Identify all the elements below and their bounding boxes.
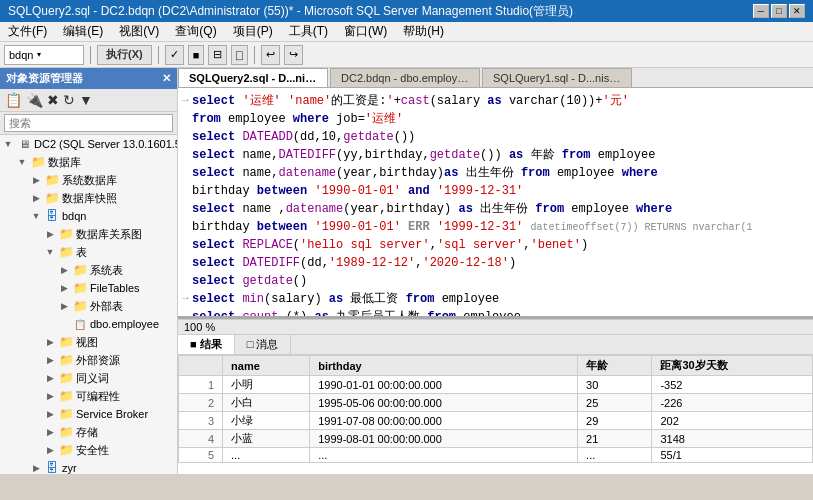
zoom-level: 100 %: [184, 321, 215, 333]
line-arrow: →: [182, 92, 190, 109]
tree-label-filetables: FileTables: [90, 282, 140, 294]
minimize-button[interactable]: ─: [753, 4, 769, 18]
tree-item-storage[interactable]: ▶📁存储: [0, 423, 177, 441]
dropdown-arrow-icon: ▾: [37, 50, 41, 59]
parse-btn[interactable]: ⊟: [208, 45, 227, 65]
maximize-button[interactable]: □: [771, 4, 787, 18]
menu-bar: 文件(F)编辑(E)视图(V)查询(Q)项目(P)工具(T)窗口(W)帮助(H): [0, 22, 813, 42]
menu-item-F[interactable]: 文件(F): [0, 21, 55, 42]
tree-expand-filetables[interactable]: ▶: [56, 280, 72, 296]
cell-name: 小蓝: [223, 430, 310, 448]
tab-query2[interactable]: SQLQuery2.sql - D...nistrator (55))*: [178, 68, 328, 88]
tree-item-filetables[interactable]: ▶📁FileTables: [0, 279, 177, 297]
tree-expand-external[interactable]: ▶: [56, 298, 72, 314]
stop-btn[interactable]: ■: [188, 45, 205, 65]
tab-query1[interactable]: SQLQuery1.sql - D...nistrator (54))*: [482, 68, 632, 87]
tree-item-servicebroker[interactable]: ▶📁Service Broker: [0, 405, 177, 423]
tree-item-extresources[interactable]: ▶📁外部资源: [0, 351, 177, 369]
tree-expand-databases[interactable]: ▼: [14, 154, 30, 170]
cell-age: 21: [578, 430, 652, 448]
oe-connect-btn[interactable]: 🔌: [25, 91, 44, 109]
tree-expand-zyr[interactable]: ▶: [28, 460, 44, 474]
menu-item-H[interactable]: 帮助(H): [395, 21, 452, 42]
db-dropdown[interactable]: bdqn ▾: [4, 45, 84, 65]
cell-days: 55/1: [652, 448, 813, 463]
tree-expand-diagrams[interactable]: ▶: [42, 226, 58, 242]
tree-item-external[interactable]: ▶📁外部表: [0, 297, 177, 315]
tree-expand-storage[interactable]: ▶: [42, 424, 58, 440]
tree-item-dbsnap[interactable]: ▶📁数据库快照: [0, 189, 177, 207]
menu-item-T[interactable]: 工具(T): [281, 21, 336, 42]
tree-item-dc2[interactable]: ▼🖥DC2 (SQL Server 13.0.1601.5 - DC2\: [0, 135, 177, 153]
tree-item-sysdb[interactable]: ▶📁系统数据库: [0, 171, 177, 189]
tree-item-dboemployee[interactable]: 📋dbo.employee: [0, 315, 177, 333]
oe-new-btn[interactable]: 📋: [4, 91, 23, 109]
tree-expand-dc2[interactable]: ▼: [0, 136, 16, 152]
tree-icon-zyr: 🗄: [44, 460, 60, 474]
tree-item-zyr[interactable]: ▶🗄zyr: [0, 459, 177, 474]
menu-item-P[interactable]: 项目(P): [225, 21, 281, 42]
tree-item-bdqn[interactable]: ▼🗄bdqn: [0, 207, 177, 225]
table-row: 3小绿1991-07-08 00:00:00.00029202: [179, 412, 813, 430]
tree-item-views[interactable]: ▶📁视图: [0, 333, 177, 351]
sql-line: birthday between '1990-01-01' and '1999-…: [182, 182, 809, 200]
results-btn[interactable]: ⎕: [231, 45, 248, 65]
undo-btn[interactable]: ↩: [261, 45, 280, 65]
tree-expand-tables[interactable]: ▼: [42, 244, 58, 260]
title-text: SQLQuery2.sql - DC2.bdqn (DC2\Administra…: [8, 3, 753, 20]
tab-dc2bdqn[interactable]: DC2.bdqn - dbo.employee: [330, 68, 480, 87]
execute-button[interactable]: 执行(X): [97, 45, 152, 65]
cell-days: 202: [652, 412, 813, 430]
tree-expand-views[interactable]: ▶: [42, 334, 58, 350]
tree-item-programmability[interactable]: ▶📁可编程性: [0, 387, 177, 405]
tree-item-systables[interactable]: ▶📁系统表: [0, 261, 177, 279]
col-age: 年龄: [578, 356, 652, 376]
oe-filter-btn[interactable]: ▼: [78, 91, 94, 109]
oe-toolbar: 📋 🔌 ✖ ↻ ▼: [0, 89, 177, 112]
close-button[interactable]: ✕: [789, 4, 805, 18]
redo-btn[interactable]: ↪: [284, 45, 303, 65]
sql-editor[interactable]: → select '运维' 'name'的工资是:'+cast(salary a…: [178, 88, 813, 319]
results-content: name birthday 年龄 距离30岁天数 1小明1990-01-01 0…: [178, 355, 813, 474]
tree-expand-programmability[interactable]: ▶: [42, 388, 58, 404]
tree-icon-security: 📁: [58, 442, 74, 458]
results-tab-messages[interactable]: □ 消息: [235, 335, 292, 354]
tree-expand-dbsnap[interactable]: ▶: [28, 190, 44, 206]
tree-item-synonyms[interactable]: ▶📁同义词: [0, 369, 177, 387]
oe-search-input[interactable]: [4, 114, 173, 132]
oe-refresh-btn[interactable]: ↻: [62, 91, 76, 109]
tree-item-security[interactable]: ▶📁安全性: [0, 441, 177, 459]
tree-expand-bdqn[interactable]: ▼: [28, 208, 44, 224]
tree-item-databases[interactable]: ▼📁数据库: [0, 153, 177, 171]
menu-item-Q[interactable]: 查询(Q): [167, 21, 224, 42]
tree-expand-systables[interactable]: ▶: [56, 262, 72, 278]
cell-age: 29: [578, 412, 652, 430]
tree-label-external: 外部表: [90, 299, 123, 314]
tree-label-storage: 存储: [76, 425, 98, 440]
tree-expand-extresources[interactable]: ▶: [42, 352, 58, 368]
tree-icon-programmability: 📁: [58, 388, 74, 404]
oe-disconnect-btn[interactable]: ✖: [46, 91, 60, 109]
checkmark-btn[interactable]: ✓: [165, 45, 184, 65]
tree-expand-security[interactable]: ▶: [42, 442, 58, 458]
tree-label-security: 安全性: [76, 443, 109, 458]
tree-label-bdqn: bdqn: [62, 210, 86, 222]
tree-item-diagrams[interactable]: ▶📁数据库关系图: [0, 225, 177, 243]
oe-close-icon[interactable]: ✕: [162, 72, 171, 85]
tree-label-systables: 系统表: [90, 263, 123, 278]
tree-icon-dbsnap: 📁: [44, 190, 60, 206]
tree-label-diagrams: 数据库关系图: [76, 227, 142, 242]
tree-expand-sysdb[interactable]: ▶: [28, 172, 44, 188]
results-tab-results[interactable]: ■ 结果: [178, 335, 235, 354]
tree-expand-dboemployee[interactable]: [56, 316, 72, 332]
menu-item-W[interactable]: 窗口(W): [336, 21, 395, 42]
menu-item-E[interactable]: 编辑(E): [55, 21, 111, 42]
tree-icon-bdqn: 🗄: [44, 208, 60, 224]
menu-item-V[interactable]: 视图(V): [111, 21, 167, 42]
cell-name: 小白: [223, 394, 310, 412]
tree-item-tables[interactable]: ▼📁表: [0, 243, 177, 261]
sql-line: select DATEADD(dd,10,getdate()): [182, 128, 809, 146]
tree-expand-synonyms[interactable]: ▶: [42, 370, 58, 386]
tree-expand-servicebroker[interactable]: ▶: [42, 406, 58, 422]
cell-name: ...: [223, 448, 310, 463]
